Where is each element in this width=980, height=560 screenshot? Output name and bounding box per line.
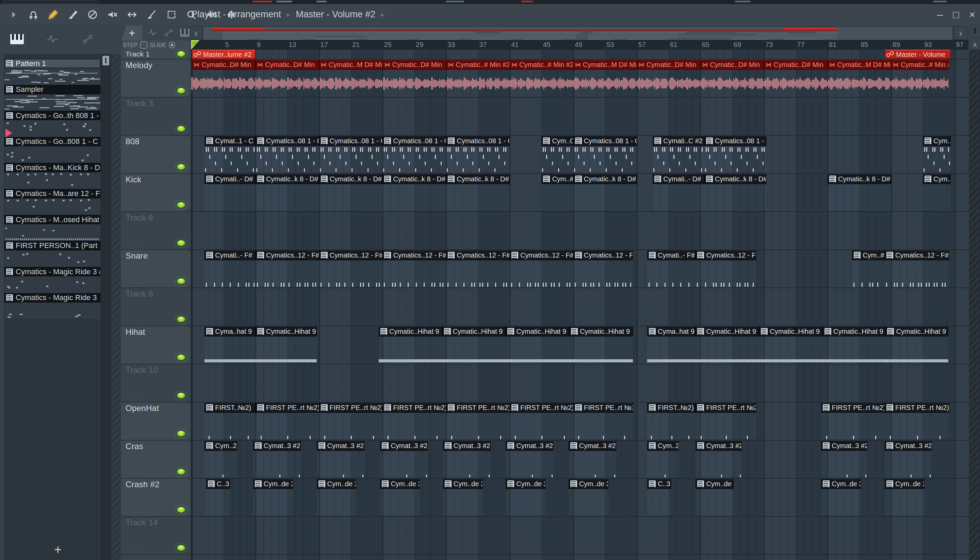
clip-audio[interactable]: ⋈Cymatic..M D# Min <box>573 60 637 96</box>
track-mute-led[interactable] <box>176 468 186 475</box>
clip-pattern[interactable]: Cym..de 3 <box>253 479 293 515</box>
scrollbar-thumb[interactable] <box>102 56 109 65</box>
clip-pattern[interactable]: FIRST PE..rt №2) <box>821 402 885 439</box>
track-mute-led[interactable] <box>176 278 186 285</box>
track-options-dots[interactable]: ... <box>133 163 142 171</box>
track-lane[interactable]: Cyma..hat 9Cymatic..Hihat 9Cymatic..Hiha… <box>192 326 969 364</box>
track-name-cell[interactable]: Track 3... <box>121 98 190 136</box>
vertical-scrollbar[interactable] <box>969 50 980 560</box>
clip-pattern[interactable]: Cymati..- F# <box>647 250 695 287</box>
clip-pattern[interactable]: FIRST PE..rt №2) <box>695 402 756 439</box>
scroll-up-button[interactable]: ∧ <box>969 38 980 50</box>
track-name-cell[interactable]: Track 10... <box>121 364 190 402</box>
add-pattern-button[interactable]: + <box>48 542 68 557</box>
close-button[interactable]: × <box>969 9 975 20</box>
clip-pattern[interactable]: Cymat..3 #2 <box>317 441 365 477</box>
track-name-cell[interactable]: Kick... <box>121 174 190 212</box>
clip-audio[interactable]: ⋈Cymatic..D# Min <box>382 60 446 96</box>
clip-pattern[interactable]: Cymat..3 #2 <box>885 441 932 477</box>
clip-pattern[interactable]: Cymat..1 - C <box>205 136 255 172</box>
clip-pattern[interactable]: Cym..de 3 <box>443 479 483 515</box>
track-mute-led[interactable] <box>176 125 186 132</box>
clip-audio[interactable]: ⋈Cymatic..M D# Min <box>319 60 383 96</box>
pattern-item[interactable]: Cymatics - Ma..Kick 8 - D# <box>5 163 100 172</box>
track-lane[interactable]: Cymati..- D#Cymatic..k 8 - D#Cymatic..k … <box>192 174 969 212</box>
clip-pattern[interactable]: Cymat..3 #2 <box>443 441 491 477</box>
clip-pattern[interactable]: Cymati..- D# <box>653 174 704 211</box>
clip-pattern[interactable]: Cym..de 3 <box>380 479 420 515</box>
slide-radio[interactable] <box>169 42 175 48</box>
track-mute-led[interactable] <box>176 392 186 399</box>
track-name-cell[interactable]: Crash #2... <box>121 479 190 517</box>
track-lane[interactable] <box>192 98 969 136</box>
track-lane[interactable] <box>192 288 969 326</box>
track-mute-led[interactable] <box>176 506 186 513</box>
clip-pattern[interactable]: Cymatic..k 8 - D# <box>573 174 637 211</box>
timeline-ruler[interactable]: 5913172125293337414549535761656973778185… <box>191 40 968 50</box>
track-lane[interactable]: FIRST..№2)FIRST PE..rt №2)FIRST PE..rt №… <box>192 402 969 441</box>
clip-pattern[interactable]: Cymatic..Hihat 9 <box>759 326 823 363</box>
clip-pattern[interactable]: Cym..# <box>852 250 885 287</box>
draw-pencil-icon[interactable] <box>46 7 60 22</box>
clip-pattern[interactable]: Cymatic..k 8 - D# <box>382 174 446 211</box>
clip-pattern[interactable]: Cymat..3 #2 <box>821 441 867 477</box>
clip-pattern[interactable]: Cym..de 3 <box>568 479 608 515</box>
clip-pattern[interactable]: FIRST PE..rt №2) <box>573 402 633 439</box>
track-name-cell[interactable]: OpenHat... <box>121 402 190 441</box>
clip-pattern[interactable]: C..3 <box>647 479 671 515</box>
clip-audio[interactable]: ⋈Cymatic..# Min #2 <box>891 60 949 96</box>
clip-pattern[interactable]: Cym..2 <box>205 441 237 477</box>
clip-pattern[interactable]: Cymatics..08 1 - C <box>573 136 637 172</box>
select-tool-icon[interactable] <box>164 7 179 22</box>
clip-pattern[interactable]: FIRST..№2) <box>647 402 695 439</box>
scrollbar-options-button[interactable] <box>969 25 980 37</box>
track-options-dots[interactable]: ... <box>133 354 142 362</box>
clip-pattern[interactable]: Cymatics..12 - F# <box>382 250 446 287</box>
pattern-item[interactable]: Pattern 1 <box>5 59 100 68</box>
clip-pattern[interactable]: Cym..de 3 <box>695 479 733 515</box>
clip-audio[interactable]: ⋈Cymatic..D# Min <box>700 60 764 96</box>
clip-pattern[interactable]: Cymatics..12 - F# <box>319 250 383 287</box>
clip-pattern[interactable]: Cymatic..Hihat 9 <box>379 326 442 363</box>
waveform-tab-icon[interactable] <box>46 33 59 46</box>
clip-automation[interactable]: Master - Volume <box>885 50 951 58</box>
scroll-left-button[interactable]: ‹ <box>190 26 202 40</box>
clip-pattern[interactable]: Cymatic..Hihat 9 <box>695 326 759 363</box>
clip-pattern[interactable]: Cym..de 3 <box>885 479 925 515</box>
clip-pattern[interactable]: Cym..de 3 <box>821 479 861 515</box>
clip-pattern[interactable]: Cymatics..08 1 - C <box>382 136 446 172</box>
clip-pattern[interactable]: Cymati..- F# <box>205 250 255 287</box>
clip-pattern[interactable]: Cymatic..k 8 - D# <box>704 174 766 211</box>
slip-tool-icon[interactable] <box>125 7 140 22</box>
clip-audio[interactable]: ⋈Cymatic..# Min #2 <box>510 60 573 96</box>
pattern-item[interactable]: Cymatics - Magic Ride 3 <box>5 293 100 302</box>
track-options-dots[interactable]: ... <box>133 202 142 209</box>
clip-audio[interactable]: ⋈Cymatic..D# Min <box>255 60 319 96</box>
clip-pattern[interactable]: Cymatic..k 8 - D# <box>319 174 383 211</box>
track-mute-led[interactable] <box>176 87 186 94</box>
track-mute-led[interactable] <box>176 163 186 170</box>
clip-pattern[interactable]: Cyma..hat 9 <box>647 326 695 363</box>
clip-pattern[interactable]: FIRST PE..rt №2) <box>510 402 573 439</box>
track-name-cell[interactable]: Cras... <box>121 441 190 479</box>
track-mute-led[interactable] <box>176 316 186 323</box>
track-options-dots[interactable]: ... <box>133 506 142 514</box>
clip-pattern[interactable]: Cymatics..12 - F# <box>695 250 756 287</box>
clip-pattern[interactable]: Cymat..3 #2 <box>253 441 301 477</box>
track-lane[interactable]: ⋈Cymatic..D# Min⋈Cymatic..D# Min⋈Cymatic… <box>192 60 969 98</box>
clip-audio[interactable]: ⋈Cymatic..M D# Min <box>828 60 891 96</box>
delete-tool-icon[interactable] <box>85 7 100 22</box>
track-options-dots[interactable]: ... <box>133 430 142 438</box>
clip-pattern[interactable]: Cymatics..08 1 - C <box>704 136 766 172</box>
clip-pattern[interactable]: Cymatics..12 - F# <box>255 250 319 287</box>
snap-magnet-icon[interactable] <box>26 7 41 22</box>
track-name-cell[interactable]: Melody... <box>121 60 190 98</box>
clip-audio[interactable]: ⋈Cymatic..D# Min <box>192 60 255 96</box>
clip-pattern[interactable]: Cymat..3 #2 <box>568 441 616 477</box>
clip-pattern[interactable]: Cymatics..12 - F# <box>885 250 949 287</box>
waveform-icon[interactable] <box>147 28 158 39</box>
track-lane[interactable]: C..3Cym..de 3Cym..de 3Cym..de 3Cym..de 3… <box>192 479 969 517</box>
track-lane[interactable] <box>192 517 969 555</box>
clip-pattern[interactable]: Cymat..3 #2 <box>506 441 553 477</box>
pattern-item[interactable]: Cymatics - Ma..are 12 - F# <box>5 189 100 198</box>
